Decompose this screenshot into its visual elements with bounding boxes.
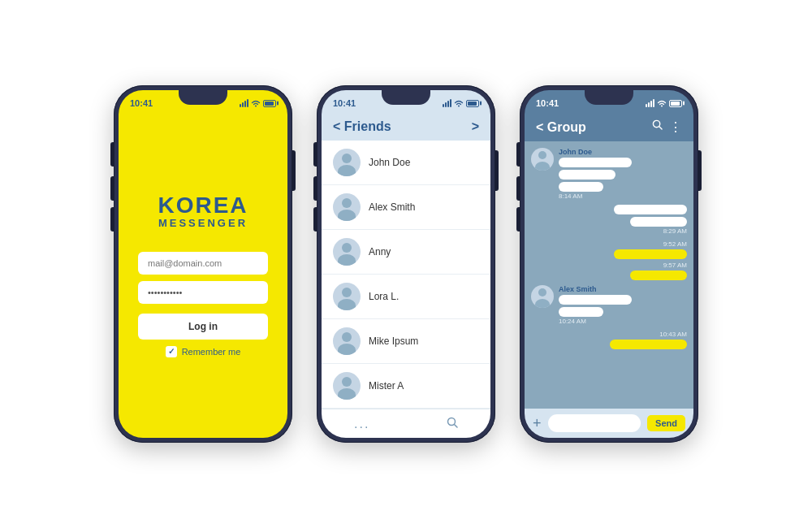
message-bubbles [559,295,632,317]
message-sender: Alex Smith [559,285,632,293]
message-group: 9:52 AM 9:57 AM [531,240,687,280]
chat-header: < Group ⋮ [525,113,693,141]
list-item[interactable]: Lora L. [322,275,490,319]
phones-container: 10:41 KOREA MESSENGER [97,69,715,459]
login-screen: KOREA MESSENGER Log in Remember me [119,113,287,438]
back-button-friends[interactable]: < Friends [333,119,391,134]
phone-group-chat: 10:41 .phone3 .battery-icon::before { ba… [520,85,698,443]
message-bubble [610,340,687,349]
avatar [333,327,361,355]
avatar [531,148,554,171]
message-sender: John Doe [559,148,632,156]
status-bar-phone2: 10:41 [322,90,490,113]
message-bubble [630,270,687,280]
message-bubbles [614,205,687,227]
friend-name: Mike Ipsum [369,335,418,347]
time-phone1: 10:41 [130,98,153,108]
friends-footer: ... [322,409,490,438]
friends-header: < Friends > [322,113,490,141]
message-bubble [614,205,687,214]
remember-label: Remember me [182,347,241,357]
friend-name: Mister A [369,380,404,392]
battery-icon-phone3: .phone3 .battery-icon::before { backgrou… [669,100,682,107]
message-bubble [630,217,687,227]
message-bubble [559,170,615,180]
app-title: KOREA MESSENGER [158,194,248,229]
message-bubbles-container: Alex Smith 10:24 AM [559,285,632,325]
friend-name: Anny [369,246,391,258]
signal-icon-phone2 [443,99,451,107]
battery-icon-phone1 [263,100,276,107]
phone-friends: 10:41 < Friends > [317,85,495,443]
wifi-icon-phone1 [251,99,261,107]
status-bar-phone3: 10:41 .phone3 .battery-icon::before { ba… [525,90,693,113]
list-item[interactable]: Anny [322,230,490,275]
friends-list: John Doe Alex Smith Anny Lora L. Mike Ip… [322,141,490,409]
wifi-icon-phone2 [454,99,464,107]
search-icon-chat[interactable] [652,119,663,135]
avatar [333,149,361,176]
signal-icon-phone3 [646,99,654,107]
message-time: 10:24 AM [559,318,632,325]
phone-login: 10:41 KOREA MESSENGER [114,85,292,443]
message-bubble [614,249,687,259]
wifi-icon-phone3 [657,99,667,107]
forward-button-friends[interactable]: > [472,119,479,134]
svg-line-3 [659,127,662,129]
message-bubble [559,295,632,305]
status-icons-phone1 [240,99,276,107]
battery-icon-phone2 [466,100,479,107]
friend-name: Alex Smith [369,201,415,213]
list-item[interactable]: John Doe [322,141,490,185]
message-time: 8:14 AM [559,193,632,200]
time-phone2: 10:41 [333,98,356,108]
avatar [333,372,361,400]
signal-icon-phone1 [240,99,248,107]
app-name-line1: KOREA [158,194,248,217]
login-form: Log in [138,252,268,340]
send-button[interactable]: Send [647,415,685,431]
message-group: John Doe 8:14 AM [531,148,687,200]
status-icons-phone3: .phone3 .battery-icon::before { backgrou… [646,99,682,107]
message-group: 8:29 AM [531,205,687,235]
svg-line-1 [455,425,458,428]
list-item[interactable]: Mister A [322,364,490,409]
avatar [333,238,361,266]
password-input[interactable] [138,281,268,304]
message-bubble [559,307,603,317]
remember-me-row: Remember me [166,346,241,357]
more-options-icon[interactable]: ⋮ [669,119,682,135]
remember-checkbox[interactable] [166,346,177,357]
message-bubbles-container: 8:29 AM [614,205,687,235]
chat-messages: John Doe 8:14 AM [525,141,693,409]
message-bubbles [559,158,632,192]
list-item[interactable]: Alex Smith [322,185,490,230]
message-time: 10:43 AM [659,331,687,338]
time-phone3: 10:41 [536,98,559,108]
friend-name: John Doe [369,157,410,168]
chat-footer: + Send [525,409,693,438]
message-bubble [559,182,603,192]
app-name-line2: MESSENGER [158,217,248,229]
message-time: 9:52 AM [663,240,687,248]
email-input[interactable] [138,252,268,275]
more-dots-icon[interactable]: ... [354,417,369,431]
message-time: 8:29 AM [614,227,687,235]
login-button[interactable]: Log in [138,314,268,340]
message-group: Alex Smith 10:24 AM [531,285,687,325]
avatar [333,283,361,310]
message-bubble [559,158,632,167]
message-time: 9:57 AM [663,262,687,269]
message-input[interactable] [548,414,641,432]
status-icons-phone2 [443,99,479,107]
avatar [333,193,361,221]
list-item[interactable]: Mike Ipsum [322,319,490,364]
message-bubbles-container: John Doe 8:14 AM [559,148,632,200]
friend-name: Lora L. [369,291,399,302]
chat-header-actions: ⋮ [652,119,682,135]
search-icon-friends[interactable] [447,417,458,431]
status-bar-phone1: 10:41 [119,90,287,113]
add-attachment-button[interactable]: + [533,416,542,431]
message-group: 10:43 AM [531,330,687,349]
back-button-group[interactable]: < Group [536,120,586,135]
